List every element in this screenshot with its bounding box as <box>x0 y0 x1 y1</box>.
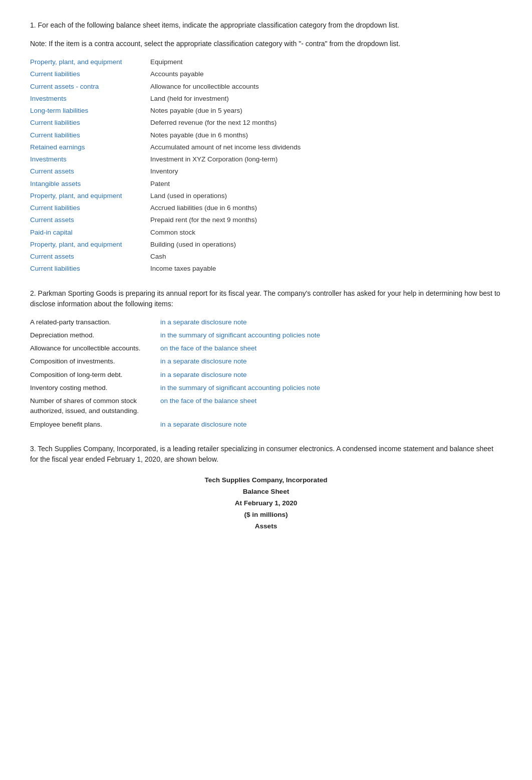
classification-label: Paid-in capital <box>30 228 150 238</box>
question-3-section: 3. Tech Supplies Company, Incorporated, … <box>30 444 502 532</box>
item-label: Income taxes payable <box>150 264 502 274</box>
disclosure-answer: in a separate disclosure note <box>160 420 502 430</box>
question-1-note: Note: If the item is a contra account, s… <box>30 39 502 49</box>
question-3-text: 3. Tech Supplies Company, Incorporated, … <box>30 444 502 465</box>
disclosure-answer: in the summary of significant accounting… <box>160 383 502 393</box>
item-label: Deferred revenue (for the next 12 months… <box>150 118 502 128</box>
disclosure-item: Depreciation method. <box>30 330 160 340</box>
classification-label: Current liabilities <box>30 264 150 274</box>
item-label: Notes payable (due in 6 months) <box>150 130 502 140</box>
disclosure-item: Composition of long-term debt. <box>30 370 160 380</box>
question-2-table: A related-party transaction.in a separat… <box>30 317 502 430</box>
item-label: Common stock <box>150 228 502 238</box>
disclosure-answer: in a separate disclosure note <box>160 370 502 380</box>
classification-label: Current liabilities <box>30 69 150 79</box>
sheet-name: Balance Sheet <box>30 486 502 498</box>
classification-label: Investments <box>30 94 150 104</box>
item-label: Prepaid rent (for the next 9 months) <box>150 215 502 225</box>
question-1-table: Property, plant, and equipmentEquipmentC… <box>30 57 502 274</box>
disclosure-item: Employee benefit plans. <box>30 420 160 430</box>
sheet-date: At February 1, 2020 <box>30 498 502 509</box>
classification-label: Intangible assets <box>30 179 150 189</box>
classification-label: Current liabilities <box>30 130 150 140</box>
sheet-units: ($ in millions) <box>30 509 502 521</box>
classification-label: Property, plant, and equipment <box>30 191 150 201</box>
disclosure-item: Allowance for uncollectible accounts. <box>30 343 160 353</box>
question-2-section: 2. Parkman Sporting Goods is preparing i… <box>30 288 502 430</box>
classification-label: Retained earnings <box>30 142 150 152</box>
disclosure-item: Inventory costing method. <box>30 383 160 393</box>
question-1-text: 1. For each of the following balance she… <box>30 20 502 31</box>
assets-label: Assets <box>30 521 502 532</box>
question-2-text: 2. Parkman Sporting Goods is preparing i… <box>30 288 502 309</box>
disclosure-item: Number of shares of common stock authori… <box>30 396 160 417</box>
item-label: Land (held for investment) <box>150 94 502 104</box>
item-label: Accrued liabilities (due in 6 months) <box>150 203 502 213</box>
company-name: Tech Supplies Company, Incorporated <box>30 475 502 486</box>
item-label: Notes payable (due in 5 years) <box>150 106 502 116</box>
disclosure-answer: in a separate disclosure note <box>160 317 502 327</box>
classification-label: Property, plant, and equipment <box>30 57 150 67</box>
item-label: Accumulated amount of net income less di… <box>150 142 502 152</box>
disclosure-item: Composition of investments. <box>30 356 160 366</box>
disclosure-answer: in the summary of significant accounting… <box>160 330 502 340</box>
classification-label: Current assets - contra <box>30 82 150 92</box>
item-label: Accounts payable <box>150 69 502 79</box>
item-label: Allowance for uncollectible accounts <box>150 82 502 92</box>
disclosure-answer: on the face of the balance sheet <box>160 396 502 417</box>
classification-label: Long-term liabilities <box>30 106 150 116</box>
classification-label: Current liabilities <box>30 203 150 213</box>
disclosure-answer: on the face of the balance sheet <box>160 343 502 353</box>
item-label: Cash <box>150 252 502 262</box>
company-header: Tech Supplies Company, Incorporated Bala… <box>30 475 502 532</box>
question-1-section: 1. For each of the following balance she… <box>30 20 502 274</box>
classification-label: Current liabilities <box>30 118 150 128</box>
classification-label: Current assets <box>30 252 150 262</box>
item-label: Building (used in operations) <box>150 240 502 250</box>
item-label: Patent <box>150 179 502 189</box>
item-label: Land (used in operations) <box>150 191 502 201</box>
classification-label: Property, plant, and equipment <box>30 240 150 250</box>
item-label: Equipment <box>150 57 502 67</box>
classification-label: Current assets <box>30 215 150 225</box>
classification-label: Investments <box>30 154 150 164</box>
item-label: Inventory <box>150 166 502 176</box>
disclosure-item: A related-party transaction. <box>30 317 160 327</box>
disclosure-answer: in a separate disclosure note <box>160 356 502 366</box>
item-label: Investment in XYZ Corporation (long-term… <box>150 154 502 164</box>
classification-label: Current assets <box>30 166 150 176</box>
